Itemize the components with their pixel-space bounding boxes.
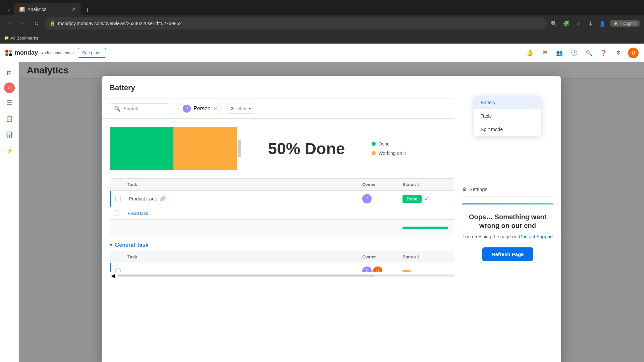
owner-avatar-1: P	[362, 194, 372, 203]
new-tab-button[interactable]: +	[83, 5, 93, 15]
browser-tab[interactable]: 📊 Analytics ✕	[14, 3, 81, 15]
see-plans-button[interactable]: See plans	[78, 48, 106, 58]
th-checkbox	[110, 179, 123, 190]
section-chevron-icon[interactable]: ▾	[110, 242, 112, 248]
logo-dot-2	[9, 50, 12, 53]
person-filter[interactable]: P Person ✕	[178, 103, 222, 114]
person-filter-close-icon[interactable]: ✕	[213, 106, 217, 111]
sidebar-user-avatar[interactable]: U	[4, 82, 15, 93]
settings-topbar-icon[interactable]: ⚙	[613, 48, 624, 58]
tab-bar: ‹ 📊 Analytics ✕ +	[0, 0, 644, 15]
person-filter-avatar: P	[183, 105, 191, 113]
users-icon[interactable]: 👥	[554, 48, 565, 58]
search-box[interactable]: 🔍	[110, 103, 170, 114]
sidebar-menu-1[interactable]: ☰	[3, 96, 16, 109]
general-owner-2: U	[373, 266, 382, 272]
incognito-icon: 🕵	[613, 21, 618, 26]
td-empty-1	[358, 207, 398, 219]
logo-dot-4	[9, 53, 12, 56]
search-input[interactable]	[123, 106, 164, 111]
dropdown-item-battery[interactable]: Battery	[474, 96, 541, 109]
extension-icon[interactable]: 🧩	[561, 19, 571, 28]
task-link-icon[interactable]: 🔗	[160, 196, 166, 201]
search-icon[interactable]: 🔍	[584, 48, 594, 58]
url-text: moodjoy.monday.com/overviews/263362?user…	[58, 21, 541, 26]
td-status[interactable]: Done ✓	[398, 191, 452, 207]
incognito-label: Incognito	[620, 21, 637, 26]
battery-modal: Battery ✕ 🔍 P Person ✕	[102, 76, 561, 362]
view-dropdown-menu: Battery Table Split mode	[474, 96, 541, 136]
app-topbar: monday work management See plans 🔔 ✉ 👥 🕐…	[0, 44, 644, 62]
general-status-badge[interactable]	[402, 270, 411, 272]
app-sidebar: ⊞ U ☰ 📋 📊 ⚡	[0, 62, 19, 362]
tab-favicon: 📊	[19, 7, 25, 12]
bookmark-star-icon[interactable]: ☆	[574, 19, 583, 28]
browser-actions: 🔍 🧩 ☆ ⬇ 👤 🕵 Incognito	[549, 19, 640, 28]
clock-icon[interactable]: 🕐	[569, 48, 580, 58]
bookmark-all-bookmarks[interactable]: 📁 All Bookmarks	[4, 36, 38, 41]
status-badge-done[interactable]: Done	[402, 195, 422, 203]
forward-button[interactable]: →	[17, 18, 28, 29]
row-checkbox[interactable]	[115, 196, 121, 201]
help-icon[interactable]: ❓	[598, 48, 609, 58]
logo-grid	[5, 50, 12, 56]
general-row-checkbox[interactable]	[115, 268, 121, 272]
reload-button[interactable]: ↻	[31, 18, 42, 29]
battery-segment-wip	[173, 127, 237, 170]
add-row-checkbox[interactable]	[114, 210, 119, 216]
sidebar-menu-3[interactable]: 📊	[3, 128, 16, 141]
sum-status-cell	[398, 220, 452, 236]
filter-button[interactable]: ⚙ Filter ▾	[226, 104, 255, 114]
inbox-icon[interactable]: ✉	[539, 48, 550, 58]
sidebar-menu-4[interactable]: ⚡	[3, 144, 16, 158]
address-bar[interactable]: 🔒 moodjoy.monday.com/overviews/263362?us…	[44, 17, 547, 29]
filter-icon: ⚙	[230, 106, 234, 111]
search-browser-icon[interactable]: 🔍	[549, 19, 559, 28]
add-task-button[interactable]: + Add task	[123, 207, 358, 219]
th-owner: Owner	[358, 179, 398, 190]
legend-wip-label: Working on it	[378, 150, 406, 156]
download-icon[interactable]: ⬇	[586, 19, 595, 28]
dropdown-battery-label: Battery	[481, 100, 495, 105]
gth-checkbox	[110, 251, 123, 263]
battery-visual	[110, 127, 241, 170]
bookmarks-bar: 📁 All Bookmarks	[0, 32, 644, 44]
user-avatar[interactable]: U	[628, 48, 639, 58]
monday-wordmark: monday	[15, 49, 38, 56]
gtd-status[interactable]	[398, 263, 452, 272]
dropdown-item-table[interactable]: Table	[474, 109, 541, 123]
td-owner: P	[358, 191, 398, 207]
profile-icon[interactable]: 👤	[598, 19, 607, 28]
toolbar-divider	[174, 105, 174, 113]
sidebar-home-icon[interactable]: ⊞	[3, 66, 16, 80]
gth-status-info-icon: ℹ	[417, 255, 419, 259]
tab-title: Analytics	[28, 7, 46, 12]
app-container: monday work management See plans 🔔 ✉ 👥 🕐…	[0, 44, 644, 362]
gtd-checkbox[interactable]	[111, 263, 125, 272]
task-name: Product issue	[129, 196, 157, 201]
tab-back-nav[interactable]: ‹	[4, 5, 14, 15]
modal-overlay: Battery ✕ 🔍 P Person ✕	[19, 62, 644, 362]
error-panel-settings-label: Settings	[469, 186, 487, 192]
tab-close-button[interactable]: ✕	[71, 6, 76, 12]
bookmark-folder-icon: 📁	[4, 36, 9, 40]
th-status: Status ℹ	[398, 179, 452, 190]
td-checkbox-1[interactable]	[111, 191, 125, 207]
contact-support-link[interactable]: Contact Support	[519, 234, 553, 239]
filter-label: Filter	[236, 106, 247, 111]
app-logo: monday work management	[5, 49, 74, 56]
scroll-left-btn[interactable]: ◀	[110, 274, 116, 278]
status-info-icon: ℹ	[417, 182, 419, 187]
notification-icon[interactable]: 🔔	[525, 48, 535, 58]
td-empty-2	[398, 207, 452, 219]
legend-wip-dot	[372, 151, 376, 155]
lock-icon: 🔒	[50, 21, 55, 26]
sidebar-menu-2[interactable]: 📋	[3, 112, 16, 125]
logo-dot-3	[5, 53, 8, 56]
logo-dot-1	[5, 50, 8, 53]
refresh-page-button[interactable]: Refresh Page	[482, 247, 533, 261]
td-add-checkbox	[110, 207, 123, 219]
battery-bar	[110, 127, 237, 170]
back-button[interactable]: ←	[4, 18, 15, 29]
dropdown-item-split-mode[interactable]: Split mode	[474, 123, 541, 136]
